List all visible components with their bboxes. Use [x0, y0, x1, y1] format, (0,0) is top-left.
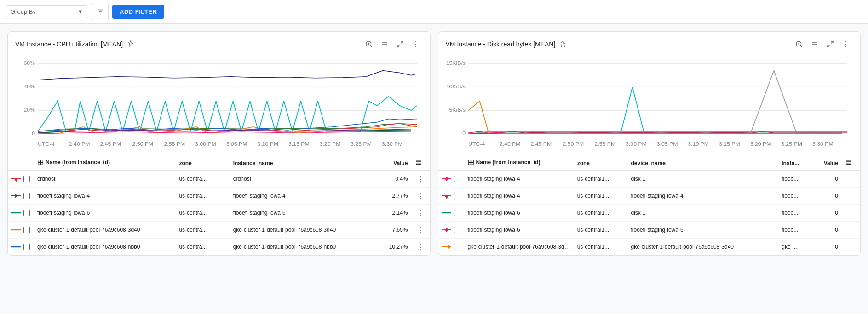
svg-text:15KiB/s: 15KiB/s — [446, 61, 466, 66]
cpu-row-zone-4: us-centra... — [175, 239, 229, 256]
disk-more-row-icon-1[interactable]: ⋮ — [845, 190, 857, 201]
disk-more-button[interactable]: ⋮ — [839, 37, 853, 51]
filter-button[interactable] — [92, 4, 109, 20]
table-icon — [37, 159, 44, 166]
cpu-row-more-0[interactable]: ⋮ — [412, 170, 430, 188]
cpu-row-checkbox-4[interactable] — [23, 244, 30, 250]
svg-rect-79 — [468, 163, 471, 165]
cpu-row-checkbox-2[interactable] — [23, 210, 30, 216]
disk-table-row: flooefi-staging-iowa-6 us-central1... fl… — [438, 222, 861, 239]
cpu-row-icon-cell-4 — [8, 239, 34, 256]
svg-marker-88 — [445, 196, 448, 199]
cpu-row-more-2[interactable]: ⋮ — [412, 205, 430, 222]
cpu-row-more-3[interactable]: ⋮ — [412, 222, 430, 239]
cpu-col-value: Value — [371, 156, 411, 170]
svg-rect-34 — [38, 163, 40, 165]
cpu-row-value-0: 0.4% — [371, 170, 411, 188]
disk-expand-button[interactable] — [823, 37, 837, 51]
cpu-row-zone-3: us-centra... — [175, 222, 229, 239]
svg-rect-78 — [471, 160, 473, 162]
cpu-row-name-2: flooefi-staging-iowa-6 — [34, 205, 175, 222]
cpu-row-checkbox-3[interactable] — [23, 227, 30, 233]
disk-more-row-icon-3[interactable]: ⋮ — [845, 224, 857, 235]
cpu-row-checkbox-0[interactable] — [23, 176, 30, 182]
svg-text:5KiB/s: 5KiB/s — [449, 108, 466, 113]
svg-line-56 — [828, 45, 830, 47]
disk-line-icon-1 — [442, 193, 451, 199]
disk-row-icon-cell-4 — [438, 239, 464, 256]
svg-text:60%: 60% — [23, 61, 35, 66]
cpu-row-name-3: gke-cluster-1-default-pool-76a9c608-3d40 — [34, 222, 175, 239]
cpu-more-row-icon-4[interactable]: ⋮ — [415, 241, 426, 252]
disk-row-value-0: 0 — [812, 170, 842, 188]
cpu-row-instance-4: gke-cluster-1-default-pool-76a9c608-nbb0 — [230, 239, 371, 256]
cpu-col-name — [8, 156, 34, 170]
disk-row-zone-4: us-central1... — [574, 239, 627, 256]
cpu-more-row-icon-2[interactable]: ⋮ — [415, 207, 426, 218]
disk-row-checkbox-0[interactable] — [454, 176, 460, 182]
pin-icon-2 — [559, 40, 567, 48]
disk-legend-button[interactable] — [808, 37, 822, 51]
cpu-more-row-icon-0[interactable]: ⋮ — [415, 173, 426, 184]
cpu-legend-button[interactable] — [378, 37, 391, 51]
cpu-row-more-1[interactable]: ⋮ — [412, 188, 430, 205]
svg-text:40%: 40% — [23, 84, 35, 89]
disk-row-more-3[interactable]: ⋮ — [842, 222, 860, 239]
disk-legend-table: Name (from Instance_id) zone device_name… — [438, 156, 861, 255]
cpu-row-zone-1: us-centra... — [175, 188, 229, 205]
cpu-row-checkbox-1[interactable] — [23, 193, 30, 199]
svg-text:3:05 PM: 3:05 PM — [656, 142, 678, 147]
disk-row-instance-2: flooe... — [778, 205, 812, 222]
cpu-chart-header: VM Instance - CPU utilization [MEAN] ⋮ — [8, 32, 430, 55]
svg-line-55 — [831, 41, 833, 44]
cpu-more-button[interactable]: ⋮ — [409, 37, 423, 51]
disk-row-icon-cell-3 — [438, 222, 464, 239]
disk-row-more-2[interactable]: ⋮ — [842, 205, 860, 222]
svg-line-49 — [800, 46, 802, 47]
cpu-row-icon-cell-3 — [8, 222, 34, 239]
cpu-chart-area: 60% 40% 20% 0 UTC-4 2:40 PM 2:45 PM 2:50… — [8, 55, 430, 156]
disk-more-row-icon-0[interactable]: ⋮ — [845, 173, 857, 184]
cpu-more-row-icon-1[interactable]: ⋮ — [415, 190, 426, 201]
cpu-line-icon-2 — [11, 210, 21, 216]
disk-zoom-button[interactable] — [792, 37, 806, 51]
disk-col-name-header: Name (from Instance_id) — [464, 156, 574, 170]
disk-row-name-4: gke-cluster-1-default-pool-76a9c608-3d40 — [464, 239, 574, 256]
disk-chart-card: VM Instance - Disk read bytes [MEAN] ⋮ — [438, 31, 861, 256]
disk-row-more-1[interactable]: ⋮ — [842, 188, 860, 205]
cpu-zoom-button[interactable] — [362, 37, 376, 51]
disk-row-checkbox-3[interactable] — [454, 227, 460, 233]
cpu-chart-title: VM Instance - CPU utilization [MEAN] — [15, 40, 123, 48]
disk-more-row-icon-2[interactable]: ⋮ — [845, 207, 857, 218]
disk-chart-area: 15KiB/s 10KiB/s 5KiB/s 0 UTC-4 2:40 PM 2… — [438, 55, 861, 156]
svg-rect-83 — [846, 163, 851, 163]
svg-text:3:05 PM: 3:05 PM — [226, 142, 247, 147]
cpu-row-value-3: 7.65% — [371, 222, 411, 239]
cpu-line-icon-3 — [11, 227, 21, 233]
disk-row-device-1: flooefi-staging-iowa-4 — [627, 188, 778, 205]
add-filter-button[interactable]: ADD FILTER — [112, 5, 164, 19]
disk-row-checkbox-2[interactable] — [454, 210, 460, 216]
disk-col-value: Value — [812, 156, 842, 170]
cpu-more-row-icon-3[interactable]: ⋮ — [415, 224, 426, 235]
cpu-row-more-4[interactable]: ⋮ — [412, 239, 430, 256]
disk-row-more-0[interactable]: ⋮ — [842, 170, 860, 188]
disk-row-more-4[interactable]: ⋮ — [842, 239, 860, 256]
disk-line-icon-4 — [442, 244, 451, 250]
disk-row-checkbox-1[interactable] — [454, 193, 460, 199]
disk-col-device: device_name — [627, 156, 778, 170]
cpu-row-instance-3: gke-cluster-1-default-pool-76a9c608-3d40 — [230, 222, 371, 239]
cpu-expand-button[interactable] — [393, 37, 407, 51]
disk-col-check — [438, 156, 464, 170]
svg-text:2:55 PM: 2:55 PM — [164, 142, 185, 147]
cpu-table-row: flooefi-staging-iowa-4 us-centra... floo… — [8, 188, 430, 205]
svg-text:2:40 PM: 2:40 PM — [69, 142, 90, 147]
disk-row-device-4: gke-cluster-1-default-pool-76a9c608-3d40 — [627, 239, 778, 256]
disk-more-row-icon-4[interactable]: ⋮ — [845, 241, 857, 252]
cpu-col-instance: Instance_name — [230, 156, 371, 170]
disk-row-checkbox-4[interactable] — [454, 244, 460, 250]
disk-line-icon-2 — [442, 210, 451, 216]
cpu-table-row: flooefi-staging-iowa-6 us-centra... floo… — [8, 205, 430, 222]
svg-text:3:00 PM: 3:00 PM — [626, 142, 647, 147]
group-by-dropdown[interactable]: Group By ▼ — [6, 5, 88, 18]
